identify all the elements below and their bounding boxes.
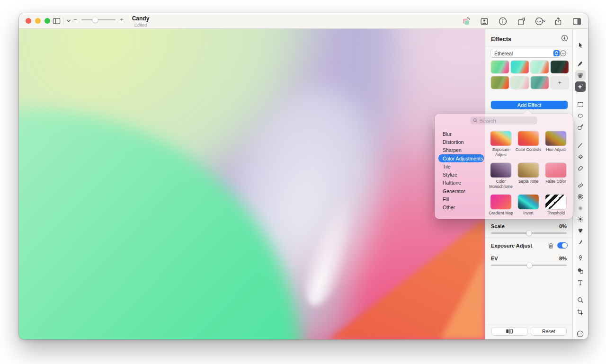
remove-preset-icon[interactable] (560, 50, 567, 57)
preset-6-thumbnail[interactable] (511, 76, 529, 89)
effect-header: Exposure Adjust (491, 242, 568, 249)
search-input[interactable] (480, 118, 535, 124)
preset-7-thumbnail[interactable] (531, 76, 549, 89)
effect-sepia-tone[interactable]: Sepia Tone (515, 160, 542, 191)
scale-slider[interactable] (491, 232, 567, 234)
reset-button[interactable]: Reset (531, 328, 567, 335)
preset-select[interactable]: Ethereal (491, 49, 561, 57)
preset-4-thumbnail[interactable] (551, 61, 569, 73)
sharpen-tool[interactable] (575, 225, 586, 236)
preset-1-thumbnail[interactable] (491, 61, 509, 73)
effect-hue-adjust[interactable]: Hue Adjust (542, 128, 570, 160)
ev-slider-thumb[interactable] (527, 263, 532, 268)
preset-select-value: Ethereal (491, 51, 553, 56)
fill-tool[interactable] (575, 151, 586, 162)
preset-grid: + (491, 61, 569, 89)
fullscreen-button[interactable] (45, 18, 50, 24)
more-options-icon[interactable] (534, 16, 545, 27)
compare-button[interactable] (492, 328, 527, 335)
colors-shortcut-icon[interactable] (460, 16, 472, 27)
effect-thumbnail[interactable] (518, 131, 539, 146)
category-blur[interactable]: Blur (438, 130, 484, 138)
add-preset-collection-icon[interactable] (561, 35, 568, 42)
effect-threshold[interactable]: Threshold (542, 191, 570, 219)
category-fill[interactable]: Fill (438, 195, 484, 203)
pen-tool[interactable] (575, 253, 586, 263)
scale-row: Scale 0% (491, 223, 567, 229)
document-status: Edited (119, 22, 162, 27)
soften-tool[interactable] (575, 203, 586, 213)
shape-tool[interactable] (575, 266, 586, 276)
effect-thumbnail[interactable] (545, 131, 566, 146)
minimize-button[interactable] (35, 18, 41, 24)
category-stylize[interactable]: Stylize (438, 170, 484, 178)
effect-false-color[interactable]: False Color (542, 160, 570, 191)
zoom-tool[interactable] (575, 295, 586, 305)
toggle-right-sidebar-icon[interactable] (571, 16, 582, 27)
style-tool[interactable] (575, 59, 586, 69)
panel-footer: Reset (492, 328, 566, 335)
delete-effect-icon[interactable] (548, 242, 554, 249)
effect-exposure-adjust[interactable]: Exposure Adjust (487, 128, 515, 160)
preset-row: Ethereal (491, 49, 567, 57)
effect-thumbnail[interactable] (490, 195, 511, 209)
close-button[interactable] (26, 18, 31, 24)
preset-5-thumbnail[interactable] (491, 76, 509, 89)
effect-gradient-map[interactable]: Gradient Map (487, 191, 515, 219)
effect-label: Color Monochrome (488, 179, 514, 189)
category-generator[interactable]: Generator (438, 187, 484, 195)
share-icon[interactable] (553, 16, 564, 27)
crop-tool[interactable] (575, 307, 586, 317)
category-color-adjustments[interactable]: Color Adjustments (438, 154, 484, 162)
preset-3-thumbnail[interactable] (531, 61, 549, 73)
toggle-left-sidebar-icon[interactable] (52, 17, 61, 26)
preset-2-thumbnail[interactable] (511, 61, 529, 73)
effect-thumbnail[interactable] (518, 195, 539, 209)
transform-icon[interactable] (516, 16, 527, 27)
category-distortion[interactable]: Distortion (438, 138, 484, 146)
clone-tool[interactable] (575, 192, 586, 202)
effect-enabled-toggle[interactable] (557, 242, 568, 249)
free-select-tool[interactable] (575, 111, 586, 121)
effect-thumbnail[interactable] (518, 163, 539, 178)
divider (485, 325, 572, 325)
category-halftone[interactable]: Halftone (438, 179, 484, 187)
rect-select-tool[interactable] (575, 99, 586, 110)
zoom-slider[interactable] (81, 19, 116, 20)
effect-thumbnail[interactable] (490, 131, 511, 146)
arrange-tool[interactable] (575, 40, 586, 51)
scale-slider-thumb[interactable] (526, 231, 532, 236)
tool-strip (573, 29, 588, 339)
color-adjustments-tool[interactable] (575, 70, 586, 80)
category-sharpen[interactable]: Sharpen (438, 146, 484, 154)
chevron-down-icon[interactable] (66, 18, 71, 24)
smudge-tool[interactable] (575, 237, 586, 247)
effect-invert[interactable]: Invert (515, 191, 542, 219)
type-tool[interactable] (575, 277, 586, 288)
portrait-icon[interactable] (479, 16, 490, 27)
effects-search-field[interactable] (470, 116, 537, 124)
category-tile[interactable]: Tile (438, 162, 484, 170)
erase-tool[interactable] (575, 163, 586, 173)
add-preset-button[interactable]: + (551, 76, 569, 89)
quick-select-tool[interactable] (575, 122, 586, 133)
effect-color-controls[interactable]: Color Controls (515, 128, 542, 160)
more-tools[interactable] (575, 328, 586, 339)
zoom-control: − + (73, 16, 124, 23)
repair-tool[interactable] (575, 180, 586, 191)
effects-tool[interactable] (575, 81, 586, 92)
zoom-slider-thumb[interactable] (92, 17, 98, 23)
category-other[interactable]: Other (438, 204, 484, 212)
line-tool[interactable] (575, 140, 586, 151)
lighten-tool[interactable] (575, 214, 586, 224)
zoom-out-button[interactable]: − (73, 16, 78, 23)
effect-thumbnail[interactable] (545, 163, 566, 178)
canvas[interactable] (19, 29, 485, 339)
add-effect-button[interactable]: Add Effect (491, 101, 568, 109)
effect-label: Color Controls (515, 147, 542, 152)
effect-thumbnail[interactable] (490, 163, 511, 178)
ev-slider[interactable] (491, 265, 567, 266)
effect-thumbnail[interactable] (545, 195, 566, 209)
info-icon[interactable] (497, 16, 508, 27)
effect-color-monochrome[interactable]: Color Monochrome (487, 160, 515, 191)
